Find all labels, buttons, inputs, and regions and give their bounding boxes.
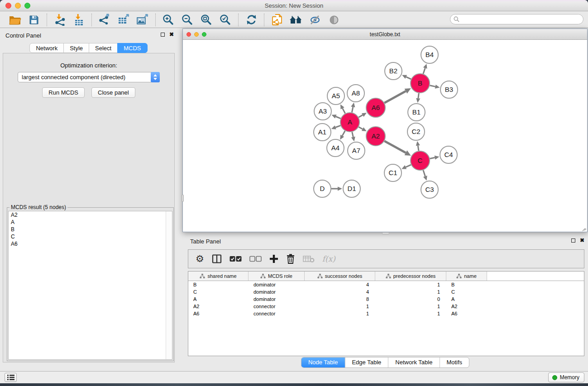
zoom-in-icon[interactable] — [159, 13, 178, 27]
mcds-result-item[interactable]: A2 — [9, 211, 172, 219]
splitter-grip-vertical[interactable] — [182, 195, 184, 202]
save-session-icon[interactable] — [24, 13, 43, 27]
delete-table-icon[interactable] — [303, 255, 315, 263]
float-panel-icon[interactable] — [161, 33, 165, 37]
table-cell[interactable]: A6 — [188, 311, 249, 316]
mcds-result-item[interactable]: C — [9, 233, 172, 240]
table-cell[interactable]: C — [446, 289, 487, 295]
tab-network[interactable]: Network — [29, 43, 64, 53]
run-mcds-button[interactable]: Run MCDS — [42, 87, 85, 98]
table-settings-icon[interactable]: ⚙ — [196, 254, 204, 264]
refresh-icon[interactable] — [242, 13, 261, 27]
table-row[interactable]: Adominator80A — [188, 295, 584, 303]
zoom-out-icon[interactable] — [178, 13, 197, 27]
resize-grip-icon[interactable] — [581, 225, 586, 231]
column-header-MCDS-role[interactable]: MCDS role — [249, 272, 305, 281]
table-cell[interactable]: 1 — [305, 311, 375, 316]
zoom-selected-icon[interactable] — [216, 13, 235, 27]
export-image-icon[interactable] — [133, 13, 152, 27]
table-cell[interactable]: 8 — [305, 296, 375, 302]
table-cell[interactable]: 4 — [305, 282, 375, 287]
graph-edge-C-C1[interactable] — [406, 165, 411, 167]
search-input[interactable] — [461, 15, 583, 24]
network-window-titlebar[interactable]: testGlobe.txt — [183, 29, 587, 40]
tab-motifs[interactable]: Motifs — [439, 357, 469, 367]
tab-node-table[interactable]: Node Table — [301, 357, 345, 367]
table-row[interactable]: Cdominator41C — [188, 288, 584, 295]
graph-edge-B-B4[interactable] — [423, 68, 425, 74]
mcds-result-item[interactable]: A — [9, 219, 172, 226]
table-cell[interactable]: 0 — [375, 296, 446, 302]
table-row[interactable]: A2connector11A2 — [188, 303, 584, 310]
tab-style[interactable]: Style — [63, 43, 89, 53]
memory-button[interactable]: Memory — [548, 372, 584, 382]
criterion-dropdown[interactable]: largest connected component (directed) — [18, 72, 160, 82]
zoom-fit-icon[interactable] — [197, 13, 216, 27]
table-cell[interactable]: 1 — [375, 289, 446, 295]
mcds-result-item[interactable]: B — [9, 226, 172, 233]
import-table-icon[interactable] — [69, 13, 88, 27]
import-network-icon[interactable] — [50, 13, 69, 27]
graph-edge-A6-B[interactable] — [384, 91, 406, 103]
tab-edge-table[interactable]: Edge Table — [344, 357, 388, 367]
table-cell[interactable]: B — [188, 282, 249, 287]
new-network-from-selection-icon[interactable] — [268, 13, 287, 27]
column-header-shared-name[interactable]: shared name — [188, 272, 249, 281]
table-cell[interactable]: connector — [249, 311, 305, 316]
graph-edge-A-A4[interactable] — [342, 131, 345, 136]
tab-select[interactable]: Select — [89, 43, 118, 53]
graph-edge-B-B3[interactable] — [430, 86, 435, 87]
table-cell[interactable]: C — [188, 289, 249, 295]
column-header-name[interactable]: name — [446, 272, 487, 281]
search-field[interactable] — [450, 14, 583, 24]
table-cell[interactable]: 1 — [375, 282, 446, 287]
graph-edge-C-C2[interactable] — [418, 146, 419, 151]
table-cell[interactable]: A6 — [446, 311, 487, 316]
float-table-panel-icon[interactable] — [571, 238, 575, 243]
table-cell[interactable]: 1 — [375, 311, 446, 316]
export-network-icon[interactable] — [95, 13, 114, 27]
result-scrollbar[interactable] — [166, 211, 172, 359]
tab-network-table[interactable]: Network Table — [388, 357, 439, 367]
close-panel-icon[interactable]: ✖ — [169, 32, 174, 37]
table-cell[interactable]: 4 — [305, 289, 375, 295]
graph-edge-C-C3[interactable] — [423, 170, 425, 176]
table-cell[interactable]: A2 — [446, 304, 487, 309]
network-canvas[interactable]: B4B2BB3A8A5A6A3B1AC2A1A2A4A7C4CC1C3DD1 — [183, 40, 587, 232]
graph-edge-C-C4[interactable] — [430, 157, 435, 158]
table-row[interactable]: Bdominator41B — [188, 281, 584, 288]
table-cell[interactable]: dominator — [249, 289, 305, 295]
table-cell[interactable]: dominator — [249, 282, 305, 287]
mcds-result-item[interactable]: A6 — [9, 240, 172, 248]
graph-edge-B-B2[interactable] — [406, 77, 411, 79]
open-file-icon[interactable] — [5, 13, 24, 27]
close-table-panel-icon[interactable]: ✖ — [580, 238, 584, 243]
table-row[interactable]: A6connector11A6 — [188, 310, 584, 317]
graph-edge-A-A2[interactable] — [359, 127, 363, 129]
column-header-predecessor-nodes[interactable]: predecessor nodes — [375, 272, 446, 281]
table-cell[interactable]: connector — [249, 304, 305, 309]
table-cell[interactable]: 1 — [375, 304, 446, 309]
first-neighbors-icon[interactable] — [287, 13, 306, 27]
table-cell[interactable]: A — [446, 296, 487, 302]
show-all-icon[interactable] — [325, 13, 344, 27]
column-header-successor-nodes[interactable]: successor nodes — [305, 272, 375, 281]
export-table-icon[interactable] — [114, 13, 133, 27]
show-columns-icon[interactable] — [212, 254, 222, 264]
delete-column-icon[interactable] — [286, 254, 295, 264]
table-cell[interactable]: B — [446, 282, 487, 287]
close-panel-button[interactable]: Close panel — [91, 87, 135, 98]
add-column-icon[interactable] — [269, 254, 278, 263]
function-builder-icon[interactable]: f(x) — [322, 254, 335, 263]
graph-edge-B-B1[interactable] — [418, 93, 419, 98]
tab-mcds[interactable]: MCDS — [117, 43, 147, 53]
graph-edge-A-A3[interactable] — [336, 117, 341, 119]
task-history-button[interactable] — [5, 373, 17, 382]
deselect-all-icon[interactable] — [249, 256, 262, 262]
table-cell[interactable]: 1 — [305, 304, 375, 309]
graph-edge-A-A1[interactable] — [335, 125, 340, 127]
graph-edge-A-A7[interactable] — [352, 132, 354, 137]
graph-edge-A2-C[interactable] — [384, 141, 406, 153]
mcds-result-list[interactable]: A2ABCA6 — [8, 211, 172, 360]
table-cell[interactable]: A — [188, 296, 249, 302]
